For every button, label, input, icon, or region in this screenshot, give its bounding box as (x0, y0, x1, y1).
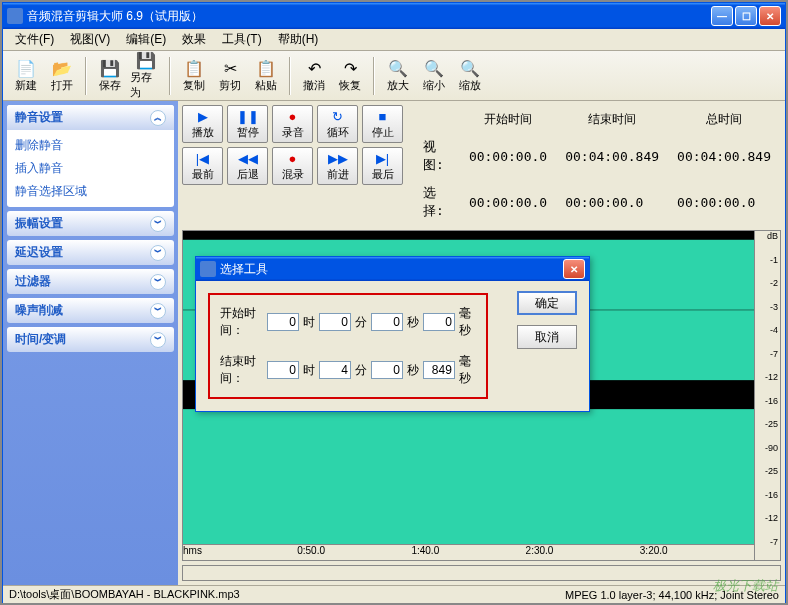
time-info: 开始时间结束时间总时间 视图:00:00:00.000:04:00.84900:… (413, 105, 781, 226)
db-scale: dB-1-2-3-4-7-12-16-25-90-25-16-12-7 (754, 231, 780, 560)
sidebar-item-delete-silence[interactable]: 删除静音 (15, 134, 166, 157)
panel-head-silence[interactable]: 静音设置︽ (7, 105, 174, 130)
saveas-button[interactable]: 💾另存为 (129, 54, 163, 98)
menu-file[interactable]: 文件(F) (7, 29, 62, 50)
rewind-button[interactable]: ◀◀后退 (227, 147, 268, 185)
redo-icon: ↷ (344, 58, 357, 78)
start-hour-input[interactable] (267, 313, 299, 331)
menu-help[interactable]: 帮助(H) (270, 29, 327, 50)
start-time-row: 开始时间： 时 分 秒 毫秒 (220, 305, 476, 339)
sidebar-item-insert-silence[interactable]: 插入静音 (15, 157, 166, 180)
sidebar: 静音设置︽ 删除静音 插入静音 静音选择区域 振幅设置︾ 延迟设置︾ 过滤器︾ … (3, 101, 178, 585)
open-button[interactable]: 📂打开 (45, 54, 79, 98)
forward-button[interactable]: ▶▶前进 (317, 147, 358, 185)
play-icon: ▶ (198, 109, 208, 125)
panel-head-noise[interactable]: 噪声削减︾ (7, 298, 174, 323)
time-axis: hms0:50.01:40.02:30.03:20.0 (183, 544, 754, 560)
view-end: 00:04:00.849 (557, 134, 667, 178)
view-total: 00:04:00.849 (669, 134, 779, 178)
paste-button[interactable]: 📋粘贴 (249, 54, 283, 98)
last-button[interactable]: ▶|最后 (362, 147, 403, 185)
ok-button[interactable]: 确定 (517, 291, 577, 315)
mix-icon: ● (289, 151, 297, 167)
undo-button[interactable]: ↶撤消 (297, 54, 331, 98)
open-icon: 📂 (52, 58, 72, 78)
separator (169, 57, 171, 95)
zoom-icon: 🔍 (460, 58, 480, 78)
sidebar-item-silence-selection[interactable]: 静音选择区域 (15, 180, 166, 203)
chevron-down-icon: ︾ (150, 216, 166, 232)
chevron-down-icon: ︾ (150, 274, 166, 290)
panel-head-time-pitch[interactable]: 时间/变调︾ (7, 327, 174, 352)
panel-head-delay[interactable]: 延迟设置︾ (7, 240, 174, 265)
window-title: 音频混音剪辑大师 6.9（试用版） (27, 8, 711, 25)
mix-button[interactable]: ●混录 (272, 147, 313, 185)
panel-head-amplitude[interactable]: 振幅设置︾ (7, 211, 174, 236)
start-ms-input[interactable] (423, 313, 455, 331)
pause-button[interactable]: ❚❚暂停 (227, 105, 268, 143)
dialog-close-button[interactable]: ✕ (563, 259, 585, 279)
record-icon: ● (289, 109, 297, 125)
menu-effect[interactable]: 效果 (174, 29, 214, 50)
first-button[interactable]: |◀最前 (182, 147, 223, 185)
copy-icon: 📋 (184, 58, 204, 78)
dialog-title: 选择工具 (220, 261, 563, 278)
zoomin-icon: 🔍 (388, 58, 408, 78)
start-min-input[interactable] (319, 313, 351, 331)
chevron-down-icon: ︾ (150, 303, 166, 319)
end-sec-input[interactable] (371, 361, 403, 379)
select-total: 00:00:00.0 (669, 180, 779, 224)
separator (373, 57, 375, 95)
stop-button[interactable]: ■停止 (362, 105, 403, 143)
cut-button[interactable]: ✂剪切 (213, 54, 247, 98)
pause-icon: ❚❚ (237, 109, 259, 125)
cut-icon: ✂ (224, 58, 237, 78)
forward-icon: ▶▶ (328, 151, 348, 167)
redo-button[interactable]: ↷恢复 (333, 54, 367, 98)
svg-rect-4 (183, 409, 754, 546)
separator (289, 57, 291, 95)
panel-silence: 静音设置︽ 删除静音 插入静音 静音选择区域 (7, 105, 174, 207)
toolbar: 📄新建 📂打开 💾保存 💾另存为 📋复制 ✂剪切 📋粘贴 ↶撤消 ↷恢复 🔍放大… (3, 51, 785, 101)
chevron-down-icon: ︾ (150, 245, 166, 261)
chevron-down-icon: ︾ (150, 332, 166, 348)
undo-icon: ↶ (308, 58, 321, 78)
select-tool-dialog: 选择工具 ✕ 开始时间： 时 分 秒 毫秒 结束时间： 时 分 秒 毫秒 确定 … (195, 256, 590, 412)
saveas-icon: 💾 (136, 51, 156, 70)
select-end: 00:00:00.0 (557, 180, 667, 224)
loop-button[interactable]: ↻循环 (317, 105, 358, 143)
stop-icon: ■ (379, 109, 387, 125)
zoom-button[interactable]: 🔍缩放 (453, 54, 487, 98)
statusbar: D:\tools\桌面\BOOMBAYAH - BLACKPINK.mp3 MP… (3, 585, 785, 603)
new-icon: 📄 (16, 58, 36, 78)
new-button[interactable]: 📄新建 (9, 54, 43, 98)
loop-icon: ↻ (332, 109, 343, 125)
app-icon (7, 8, 23, 24)
cancel-button[interactable]: 取消 (517, 325, 577, 349)
record-button[interactable]: ●录音 (272, 105, 313, 143)
panel-head-filter[interactable]: 过滤器︾ (7, 269, 174, 294)
zoomout-button[interactable]: 🔍缩小 (417, 54, 451, 98)
end-hour-input[interactable] (267, 361, 299, 379)
copy-button[interactable]: 📋复制 (177, 54, 211, 98)
end-ms-input[interactable] (423, 361, 455, 379)
start-sec-input[interactable] (371, 313, 403, 331)
end-time-row: 结束时间： 时 分 秒 毫秒 (220, 353, 476, 387)
play-button[interactable]: ▶播放 (182, 105, 223, 143)
status-path: D:\tools\桌面\BOOMBAYAH - BLACKPINK.mp3 (9, 587, 240, 602)
menu-edit[interactable]: 编辑(E) (118, 29, 174, 50)
select-start: 00:00:00.0 (461, 180, 555, 224)
menubar: 文件(F) 视图(V) 编辑(E) 效果 工具(T) 帮助(H) (3, 29, 785, 51)
end-min-input[interactable] (319, 361, 351, 379)
first-icon: |◀ (196, 151, 209, 167)
zoomin-button[interactable]: 🔍放大 (381, 54, 415, 98)
menu-view[interactable]: 视图(V) (62, 29, 118, 50)
menu-tools[interactable]: 工具(T) (214, 29, 269, 50)
minimize-button[interactable]: — (711, 6, 733, 26)
close-button[interactable]: ✕ (759, 6, 781, 26)
save-button[interactable]: 💾保存 (93, 54, 127, 98)
status-format: MPEG 1.0 layer-3; 44,100 kHz; Joint Ster… (565, 589, 779, 601)
horizontal-scrollbar[interactable] (182, 565, 781, 581)
transport: ▶播放 ❚❚暂停 ●录音 ↻循环 ■停止 |◀最前 ◀◀后退 ●混录 ▶▶前进 … (182, 105, 403, 226)
maximize-button[interactable]: ☐ (735, 6, 757, 26)
